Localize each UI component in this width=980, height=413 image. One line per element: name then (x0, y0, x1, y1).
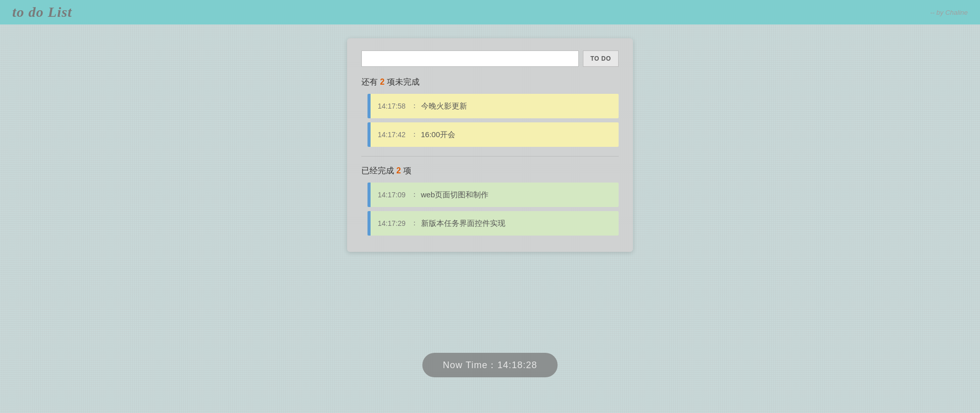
done-item-1-sep: ： (411, 190, 418, 199)
pending-item-1-content: 14:17:58 ： 今晚火影更新 (371, 94, 619, 118)
task-input[interactable] (361, 50, 579, 67)
pending-item-2-content: 14:17:42 ： 16:00开会 (371, 122, 619, 147)
clock-display: Now Time：14:18:28 (422, 353, 557, 377)
header-strip: to do List -- by Chaline (0, 0, 980, 24)
done-list: 14:17:09 ： web页面切图和制作 14:17:29 ： 新版本任务界面… (361, 183, 619, 236)
app-title: to do List (12, 4, 72, 20)
todo-button[interactable]: TO DO (583, 50, 619, 67)
done-section-header: 已经完成 2 项 (361, 166, 619, 176)
pending-item-2-sep: ： (411, 130, 418, 139)
pending-item-1[interactable]: 14:17:58 ： 今晚火影更新 (368, 94, 619, 118)
done-item-2-sep: ： (411, 219, 418, 228)
pending-item-2-time: 14:17:42 (378, 131, 406, 139)
pending-prefix: 还有 (361, 78, 378, 86)
pending-item-1-sep: ： (411, 101, 418, 111)
main-card: TO DO 还有 2 项未完成 14:17:58 ： 今晚火影更新 14:17:… (347, 38, 633, 252)
pending-suffix: 项未完成 (387, 78, 420, 86)
pending-item-1-task: 今晚火影更新 (421, 101, 467, 111)
done-item-2-task: 新版本任务界面控件实现 (421, 219, 505, 228)
done-count: 2 (396, 166, 401, 175)
done-prefix: 已经完成 (361, 166, 394, 175)
done-item-1-task: web页面切图和制作 (421, 190, 489, 200)
pending-item-2-task: 16:00开会 (421, 130, 456, 140)
done-item-1[interactable]: 14:17:09 ： web页面切图和制作 (368, 183, 619, 207)
pending-list: 14:17:58 ： 今晚火影更新 14:17:42 ： 16:00开会 (361, 94, 619, 147)
author-text: -- by Chaline (930, 9, 968, 16)
done-item-2[interactable]: 14:17:29 ： 新版本任务界面控件实现 (368, 211, 619, 236)
section-divider (361, 156, 619, 157)
done-item-1-time: 14:17:09 (378, 191, 406, 199)
input-row: TO DO (361, 50, 619, 67)
pending-section-header: 还有 2 项未完成 (361, 77, 619, 88)
clock-label: Now Time：14:18:28 (443, 360, 537, 370)
pending-item-1-time: 14:17:58 (378, 102, 406, 110)
done-suffix: 项 (403, 166, 411, 175)
done-item-2-content: 14:17:29 ： 新版本任务界面控件实现 (371, 211, 619, 236)
done-item-1-content: 14:17:09 ： web页面切图和制作 (371, 183, 619, 207)
pending-item-2[interactable]: 14:17:42 ： 16:00开会 (368, 122, 619, 147)
pending-count: 2 (380, 78, 384, 86)
done-item-2-time: 14:17:29 (378, 219, 406, 227)
